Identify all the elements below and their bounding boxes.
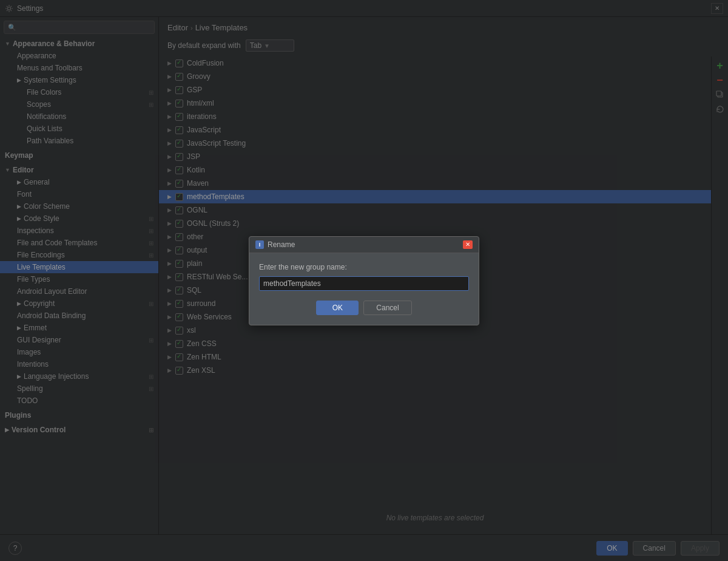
modal-buttons: OK Cancel	[259, 301, 469, 315]
modal-ok-button[interactable]: OK	[316, 301, 359, 315]
rename-dialog: I Rename ✕ Enter the new group name: OK …	[249, 236, 479, 325]
modal-title-bar: I Rename ✕	[249, 237, 479, 253]
modal-title: Rename	[268, 240, 295, 249]
modal-input[interactable]	[259, 276, 469, 291]
modal-icon: I	[255, 240, 264, 249]
modal-overlay: I Rename ✕ Enter the new group name: OK …	[0, 0, 728, 561]
modal-cancel-button[interactable]: Cancel	[363, 301, 411, 315]
modal-close-button[interactable]: ✕	[463, 240, 473, 249]
modal-body: Enter the new group name: OK Cancel	[249, 253, 479, 325]
modal-label: Enter the new group name:	[259, 263, 469, 271]
